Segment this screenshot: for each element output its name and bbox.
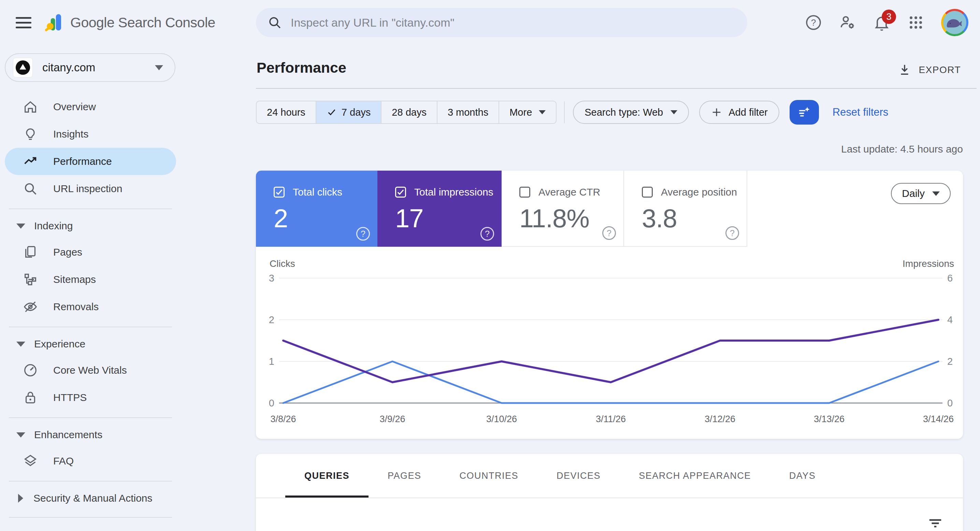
search-type-filter[interactable]: Search type: Web	[573, 101, 689, 124]
svg-text:3/8/26: 3/8/26	[270, 414, 296, 424]
divider	[9, 417, 172, 418]
eye-off-icon	[22, 299, 38, 315]
sidebar-item-sitemaps[interactable]: Sitemaps	[0, 266, 181, 293]
account-avatar[interactable]	[941, 9, 969, 36]
add-filter-button[interactable]: Add filter	[699, 101, 779, 124]
search-console-logo-icon	[45, 13, 64, 32]
sidebar-item-core-web-vitals[interactable]: Core Web Vitals	[0, 357, 181, 384]
help-icon[interactable]: ?	[356, 227, 370, 241]
sidebar-section-experience[interactable]: Experience	[0, 331, 181, 357]
pages-icon	[22, 244, 38, 260]
total-impressions-tile[interactable]: Total impressions 17 ?	[377, 171, 501, 247]
google-apps-button[interactable]	[907, 14, 925, 32]
sidebar-item-overview[interactable]: Overview	[0, 93, 181, 121]
search-input[interactable]	[291, 16, 736, 29]
metric-label: Average CTR	[538, 186, 600, 198]
notifications-button[interactable]: 3	[873, 14, 891, 32]
last-update-text: Last update: 4.5 hours ago	[841, 143, 963, 155]
sidebar-item-label: Overview	[53, 101, 96, 113]
dimension-tabs: QUERIES PAGES COUNTRIES DEVICES SEARCH A…	[256, 454, 963, 498]
filter-settings-button[interactable]	[790, 100, 819, 124]
range-label: 7 days	[342, 107, 371, 118]
sidebar-item-url-inspection[interactable]: URL inspection	[0, 175, 181, 202]
total-clicks-tile[interactable]: Total clicks 2 ?	[256, 171, 377, 247]
export-button[interactable]: EXPORT	[897, 63, 961, 77]
checkbox-checked-icon[interactable]	[274, 187, 285, 197]
svg-text:3/12/26: 3/12/26	[705, 414, 735, 424]
plus-icon	[711, 107, 722, 118]
divider	[256, 88, 977, 89]
metric-label: Total impressions	[414, 186, 493, 198]
chevron-down-icon	[670, 110, 677, 114]
tab-devices[interactable]: DEVICES	[538, 454, 620, 498]
avatar-whale-image	[943, 11, 966, 34]
chevron-down-icon	[155, 65, 163, 70]
average-ctr-tile[interactable]: Average CTR 11.8% ?	[501, 171, 624, 247]
date-range-control: 24 hours 7 days 28 days 3 months More	[256, 101, 557, 124]
interval-label: Daily	[902, 188, 925, 199]
lightbulb-icon	[22, 126, 38, 142]
sidebar-item-label: Removals	[53, 301, 99, 313]
table-filter-button[interactable]	[928, 515, 943, 531]
range-28-days[interactable]: 28 days	[382, 101, 438, 123]
sidebar-item-insights[interactable]: Insights	[0, 121, 181, 148]
menu-icon[interactable]	[16, 15, 32, 30]
sidebar-section-security-manual-actions[interactable]: Security & Manual Actions	[0, 486, 181, 511]
tab-countries[interactable]: COUNTRIES	[441, 454, 538, 498]
app-logo[interactable]: Google Search Console	[45, 8, 215, 37]
sidebar-item-https[interactable]: HTTPS	[0, 384, 181, 411]
url-inspect-searchbar[interactable]	[256, 8, 747, 37]
range-more-dropdown[interactable]: More	[499, 101, 556, 123]
checkbox-unchecked-icon[interactable]	[519, 187, 530, 197]
notification-badge: 3	[882, 10, 896, 24]
checkbox-unchecked-icon[interactable]	[642, 187, 653, 197]
checkbox-checked-icon[interactable]	[395, 187, 406, 197]
main-content: Performance EXPORT 24 hours 7 days	[181, 45, 980, 531]
lock-icon	[22, 390, 38, 405]
tab-pages[interactable]: PAGES	[369, 454, 441, 498]
tab-days[interactable]: DAYS	[770, 454, 835, 498]
search-icon	[267, 15, 282, 30]
property-selector[interactable]: citany.com	[5, 53, 175, 82]
range-3-months[interactable]: 3 months	[438, 101, 499, 123]
property-domain: citany.com	[42, 61, 95, 74]
user-settings-button[interactable]	[839, 14, 856, 32]
sidebar-section-indexing[interactable]: Indexing	[0, 213, 181, 238]
help-icon[interactable]: ?	[725, 226, 739, 240]
chevron-down-icon	[932, 191, 940, 196]
sidebar: citany.com Overview Insights	[0, 45, 181, 531]
help-icon[interactable]: ?	[602, 226, 616, 240]
range-label: 28 days	[392, 107, 426, 118]
help-icon: ?	[805, 14, 822, 32]
filter-list-icon	[928, 515, 943, 531]
svg-text:3/13/26: 3/13/26	[814, 414, 845, 424]
sidebar-item-removals[interactable]: Removals	[0, 293, 181, 320]
range-24-hours[interactable]: 24 hours	[256, 101, 316, 123]
sidebar-item-label: Sitemaps	[53, 274, 96, 285]
add-filter-label: Add filter	[729, 107, 767, 118]
help-button[interactable]: ?	[805, 14, 822, 32]
chevron-expanded-icon	[16, 432, 25, 437]
sidebar-item-label: Pages	[53, 246, 82, 258]
sidebar-nav: Overview Insights Performance	[0, 93, 181, 522]
sidebar-item-label: URL inspection	[53, 183, 122, 194]
tab-search-appearance[interactable]: SEARCH APPEARANCE	[620, 454, 770, 498]
help-icon[interactable]: ?	[480, 227, 494, 241]
google-search-console-app: Google Search Console ?	[0, 0, 980, 531]
speedometer-icon	[22, 362, 38, 378]
sidebar-item-pages[interactable]: Pages	[0, 238, 181, 266]
svg-text:6: 6	[947, 273, 953, 284]
sidebar-item-performance[interactable]: Performance	[5, 148, 176, 175]
interval-dropdown[interactable]: Daily	[891, 183, 951, 204]
svg-text:0: 0	[269, 397, 274, 409]
sidebar-item-label: Insights	[53, 128, 88, 140]
svg-text:3: 3	[269, 273, 274, 284]
sidebar-section-enhancements[interactable]: Enhancements	[0, 422, 181, 447]
reset-filters-link[interactable]: Reset filters	[833, 106, 889, 118]
range-label: 24 hours	[267, 107, 305, 118]
range-7-days[interactable]: 7 days	[316, 101, 382, 123]
sidebar-item-faq[interactable]: FAQ	[0, 447, 181, 475]
tab-queries[interactable]: QUERIES	[285, 454, 369, 498]
average-position-tile[interactable]: Average position 3.8 ?	[624, 171, 747, 247]
sidebar-section-label: Enhancements	[34, 429, 102, 440]
